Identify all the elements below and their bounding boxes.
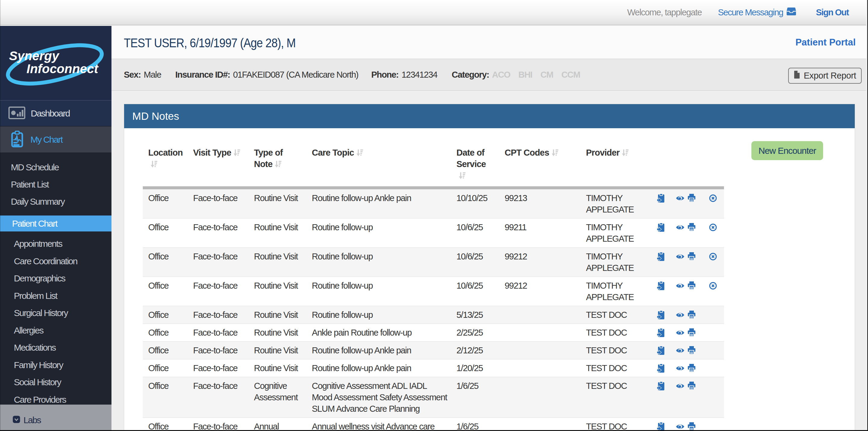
view-note-icon[interactable] xyxy=(676,254,684,260)
table-row: OfficeFace-to-faceRoutine VisitRoutine f… xyxy=(143,342,724,359)
sign-note-icon[interactable] xyxy=(657,194,665,203)
print-note-icon[interactable] xyxy=(688,382,695,390)
sidebar-item-labs[interactable]: Labs xyxy=(0,404,112,431)
sign-note-icon[interactable] xyxy=(657,422,665,431)
sidebar-item-problem-list[interactable]: Problem List xyxy=(0,287,112,305)
cell-location: Office xyxy=(143,342,188,359)
print-note-icon[interactable] xyxy=(688,194,695,202)
sidebar-item-family-history[interactable]: Family History xyxy=(0,356,112,374)
column-header-type-of-note[interactable]: Type of Note xyxy=(249,141,306,188)
view-note-icon[interactable] xyxy=(676,195,684,201)
cell-note-type: Routine Visit xyxy=(249,248,306,277)
cell-note-type: Routine Visit xyxy=(249,188,306,219)
cell-provider: TEST DOC xyxy=(581,418,651,431)
export-report-button[interactable]: Export Report xyxy=(788,68,862,84)
sidebar-item-patient-chart[interactable]: Patient Chart xyxy=(0,216,112,231)
cell-date: 1/6/25 xyxy=(451,418,499,431)
content-area: MD Notes Location Visit Type Type of Not… xyxy=(112,91,868,431)
sign-note-icon[interactable] xyxy=(657,310,665,320)
delete-note-icon[interactable] xyxy=(709,253,717,260)
cell-actions xyxy=(651,219,724,248)
delete-note-icon[interactable] xyxy=(709,224,717,231)
sign-note-icon[interactable] xyxy=(657,328,665,337)
sidebar-item-dashboard[interactable]: Dashboard xyxy=(0,100,112,126)
cell-care-topic: Ankle pain Routine follow-up xyxy=(306,324,451,342)
table-row: OfficeFace-to-faceRoutine VisitRoutine f… xyxy=(143,306,724,324)
new-encounter-button[interactable]: New Encounter xyxy=(751,141,823,160)
sidebar-item-daily-summary[interactable]: Daily Summary xyxy=(0,193,112,210)
sidebar-item-my-chart[interactable]: My Chart xyxy=(0,126,112,153)
secure-messaging-link[interactable]: Secure Messaging xyxy=(718,7,796,18)
sign-out-link[interactable]: Sign Out xyxy=(816,7,849,18)
sidebar-item-medications[interactable]: Medications xyxy=(0,339,112,356)
print-note-icon[interactable] xyxy=(688,281,695,290)
sign-note-icon[interactable] xyxy=(657,346,665,355)
print-note-icon[interactable] xyxy=(688,223,695,231)
cell-cpt xyxy=(499,306,581,324)
table-row: OfficeFace-to-faceRoutine VisitRoutine f… xyxy=(143,248,724,277)
sign-note-icon[interactable] xyxy=(657,382,665,391)
print-note-icon[interactable] xyxy=(688,252,695,261)
print-note-icon[interactable] xyxy=(688,310,695,319)
cell-care-topic: Routine follow-up Ankle pain xyxy=(306,342,451,359)
delete-note-icon[interactable] xyxy=(709,282,717,290)
cell-actions xyxy=(651,342,724,359)
cell-location: Office xyxy=(143,188,188,219)
view-note-icon[interactable] xyxy=(676,365,684,371)
cell-care-topic: Routine follow-up xyxy=(306,219,451,248)
sidebar-item-care-coordination[interactable]: Care Coordination xyxy=(0,253,112,270)
print-note-icon[interactable] xyxy=(688,346,695,355)
row-actions xyxy=(656,327,719,338)
cell-care-topic: Annual wellness visit Advance care plann… xyxy=(306,418,451,431)
window-left-edge xyxy=(0,0,1,431)
table-row: OfficeFace-to-faceCognitive AssessmentCo… xyxy=(143,377,724,418)
sidebar-item-social-history[interactable]: Social History xyxy=(0,373,112,391)
print-note-icon[interactable] xyxy=(688,364,695,372)
sidebar: Synergy Infoconnect Dashboard xyxy=(0,25,112,431)
column-header-cpt-codes[interactable]: CPT Codes xyxy=(499,141,581,188)
sidebar-item-demographics[interactable]: Demographics xyxy=(0,270,112,287)
cell-provider: TIMOTHY APPLEGATE xyxy=(581,188,651,219)
export-report-label: Export Report xyxy=(804,71,856,81)
phone-field: Phone:12341234 xyxy=(371,70,437,80)
sign-note-icon[interactable] xyxy=(657,281,665,291)
sidebar-item-appointments[interactable]: Appointments xyxy=(0,235,112,253)
view-note-icon[interactable] xyxy=(676,330,684,336)
view-note-icon[interactable] xyxy=(676,283,684,289)
view-note-icon[interactable] xyxy=(676,224,684,231)
table-row: OfficeFace-to-faceRoutine VisitRoutine f… xyxy=(143,277,724,306)
my-chart-icon xyxy=(11,131,23,149)
sidebar-item-allergies[interactable]: Allergies xyxy=(0,322,112,339)
print-note-icon[interactable] xyxy=(688,422,695,431)
view-note-icon[interactable] xyxy=(676,347,684,354)
view-note-icon[interactable] xyxy=(676,383,684,389)
sidebar-item-md-schedule[interactable]: MD Schedule xyxy=(0,159,112,176)
sort-icon xyxy=(151,161,157,168)
column-header-care-topic[interactable]: Care Topic xyxy=(306,141,451,188)
view-note-icon[interactable] xyxy=(676,312,684,318)
sign-note-icon[interactable] xyxy=(657,364,665,373)
cell-provider: TEST DOC xyxy=(581,324,651,342)
sidebar-item-surgical-history[interactable]: Surgical History xyxy=(0,304,112,322)
sign-note-icon[interactable] xyxy=(657,223,665,232)
logo-text-line2: Infoconnect xyxy=(27,62,99,76)
md-notes-table: Location Visit Type Type of Note Care To… xyxy=(143,141,724,431)
sidebar-item-label: Labs xyxy=(24,415,41,425)
cell-date: 5/13/25 xyxy=(451,306,499,324)
sign-note-icon[interactable] xyxy=(657,252,665,261)
column-header-visit-type[interactable]: Visit Type xyxy=(188,141,249,188)
cell-care-topic: Routine follow-up xyxy=(306,306,451,324)
labs-icon xyxy=(12,416,21,425)
print-note-icon[interactable] xyxy=(688,328,695,337)
cell-location: Office xyxy=(143,324,188,342)
table-header: Location Visit Type Type of Note Care To… xyxy=(143,141,724,188)
patient-portal-link[interactable]: Patient Portal xyxy=(796,37,856,48)
delete-note-icon[interactable] xyxy=(709,194,717,202)
cell-visit-type: Face-to-face xyxy=(188,277,249,306)
column-header-location[interactable]: Location xyxy=(143,141,188,188)
top-bar: Welcome, tapplegate Secure Messaging Sig… xyxy=(0,0,868,25)
column-header-date-of-service[interactable]: Date of Service xyxy=(451,141,499,188)
column-header-provider[interactable]: Provider xyxy=(581,141,651,188)
view-note-icon[interactable] xyxy=(676,424,684,430)
sidebar-item-patient-list[interactable]: Patient List xyxy=(0,176,112,193)
